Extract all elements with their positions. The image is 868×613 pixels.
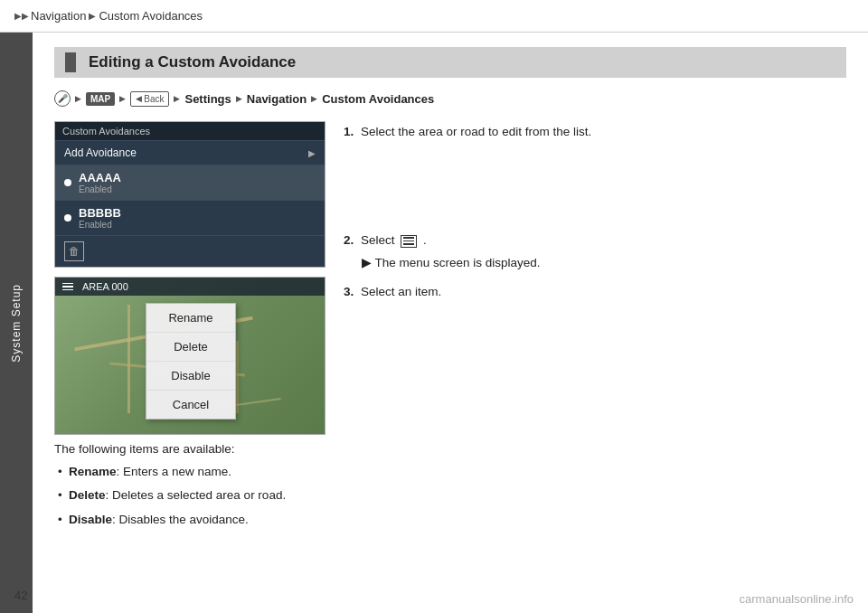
add-avoidance-label: Add Avoidance xyxy=(64,146,137,159)
delete-desc: : Deletes a selected area or road. xyxy=(106,488,287,502)
nav-custom-avoidances: Custom Avoidances xyxy=(322,92,434,106)
hamburger-line-3 xyxy=(62,289,73,291)
step2: 2. Select . ▶ The menu screen is display… xyxy=(344,231,846,272)
chevron-right-icon: ▶ xyxy=(308,148,316,158)
map-badge: MAP xyxy=(86,92,115,106)
following-intro: The following items are available: xyxy=(54,442,235,456)
step2-post: . xyxy=(423,233,427,247)
menu-line-3 xyxy=(403,243,414,245)
context-menu: Rename Delete Disable Cancel xyxy=(146,303,236,420)
map-header: AREA 000 xyxy=(55,278,325,296)
hamburger-line-2 xyxy=(62,286,73,288)
disable-desc: : Disables the avoidance. xyxy=(112,513,249,526)
context-menu-delete[interactable]: Delete xyxy=(146,333,235,362)
step3: 3. Select an item. xyxy=(344,283,846,301)
step2-sub-text: ▶ The menu screen is displayed. xyxy=(362,256,541,269)
left-column: Custom Avoidances Add Avoidance ▶ AAAAA … xyxy=(54,121,326,534)
step2-num: 2. xyxy=(344,233,354,247)
menu-line-2 xyxy=(403,240,414,242)
bullet-icon-bbbbb xyxy=(64,214,71,222)
watermark: carmanualsonline.info xyxy=(740,592,854,606)
list-item-delete: Delete: Deletes a selected area or road. xyxy=(54,486,326,505)
area-label: AREA 000 xyxy=(82,281,128,292)
context-menu-disable[interactable]: Disable xyxy=(146,362,235,391)
rename-desc: : Enters a new name. xyxy=(117,465,232,478)
sidebar-label: System Setup xyxy=(10,284,23,363)
step3-num: 3. xyxy=(344,285,354,298)
step2-sub: ▶ The menu screen is displayed. xyxy=(344,254,846,272)
screen-bottom-icons: 🗑 xyxy=(55,236,325,267)
back-badge: ◀ Back xyxy=(130,91,169,107)
item-aaaaa-name: AAAAA xyxy=(79,171,121,184)
main-content: Editing a Custom Avoidance 🎤 ▶ MAP ▶ ◀ B… xyxy=(33,33,868,613)
add-avoidance-item[interactable]: Add Avoidance ▶ xyxy=(55,141,325,165)
section-header: Editing a Custom Avoidance xyxy=(54,47,846,78)
nav-arrow0: ▶ xyxy=(75,94,81,103)
hamburger-line-1 xyxy=(62,283,73,285)
nav-path: 🎤 ▶ MAP ▶ ◀ Back ▶ Settings ▶ Navigation… xyxy=(54,90,846,107)
right-column: 1. Select the area or road to edit from … xyxy=(344,121,846,534)
breadcrumb-custom-avoidances: Custom Avoidances xyxy=(99,9,203,23)
map-road-2 xyxy=(127,305,130,413)
nav-arrow3: ▶ xyxy=(236,94,242,103)
step1: 1. Select the area or road to edit from … xyxy=(344,123,846,141)
hamburger-icon[interactable] xyxy=(62,283,73,291)
back-label: Back xyxy=(144,94,164,104)
list-item-rename: Rename: Enters a new name. xyxy=(54,463,326,481)
page-number: 42 xyxy=(14,589,27,602)
section-title: Editing a Custom Avoidance xyxy=(89,53,296,71)
nav-arrow1: ▶ xyxy=(119,94,126,103)
menu-icon-inline xyxy=(401,235,417,248)
screen-mockup-list: Custom Avoidances Add Avoidance ▶ AAAAA … xyxy=(54,121,326,268)
context-menu-rename[interactable]: Rename xyxy=(146,304,235,333)
step1-text: Select the area or road to edit from the… xyxy=(361,125,591,138)
mic-icon: 🎤 xyxy=(54,90,71,107)
nav-navigation: Navigation xyxy=(247,92,307,106)
map-road-4 xyxy=(236,341,239,413)
nav-arrow4: ▶ xyxy=(311,94,317,103)
menu-line-1 xyxy=(403,237,414,239)
step1-num: 1. xyxy=(344,125,354,138)
map-screen: AREA 000 Rename Delete Disable Cancel xyxy=(54,277,326,435)
list-item-aaaaa[interactable]: AAAAA Enabled xyxy=(55,165,325,201)
context-menu-cancel[interactable]: Cancel xyxy=(146,391,235,419)
delete-label: Delete xyxy=(69,488,106,502)
nav-settings: Settings xyxy=(184,92,231,106)
menu-lines xyxy=(403,237,414,245)
breadcrumb-navigation: Navigation xyxy=(31,9,86,23)
nav-arrow2: ▶ xyxy=(174,94,180,103)
breadcrumb-double-arrow: ▶▶ xyxy=(14,11,29,21)
item-bbbbb-name: BBBBB xyxy=(79,206,121,220)
breadcrumb-bar: ▶▶ Navigation ▶ Custom Avoidances xyxy=(0,0,868,33)
following-caption: The following items are available: xyxy=(54,442,326,456)
back-arrow-icon: ◀ xyxy=(136,94,142,103)
item-bbbbb-status: Enabled xyxy=(79,220,121,230)
section-bar-icon xyxy=(65,52,76,72)
two-col-layout: Custom Avoidances Add Avoidance ▶ AAAAA … xyxy=(54,121,846,534)
breadcrumb-arrow1: ▶ xyxy=(89,11,96,21)
step3-text: Select an item. xyxy=(361,285,441,298)
list-item-bbbbb[interactable]: BBBBB Enabled xyxy=(55,201,325,236)
item-aaaaa-status: Enabled xyxy=(79,184,121,194)
step2-line1: 2. Select . xyxy=(344,231,846,250)
sidebar: System Setup xyxy=(0,33,33,613)
disable-label: Disable xyxy=(69,513,112,526)
screen-topbar: Custom Avoidances xyxy=(55,122,325,141)
bullet-list: Rename: Enters a new name. Delete: Delet… xyxy=(54,463,326,529)
trash-icon[interactable]: 🗑 xyxy=(64,241,84,261)
list-item-disable: Disable: Disables the avoidance. xyxy=(54,511,326,529)
rename-label: Rename xyxy=(69,465,117,478)
step2-pre: Select xyxy=(361,233,395,247)
bullet-icon-aaaaa xyxy=(64,179,71,186)
